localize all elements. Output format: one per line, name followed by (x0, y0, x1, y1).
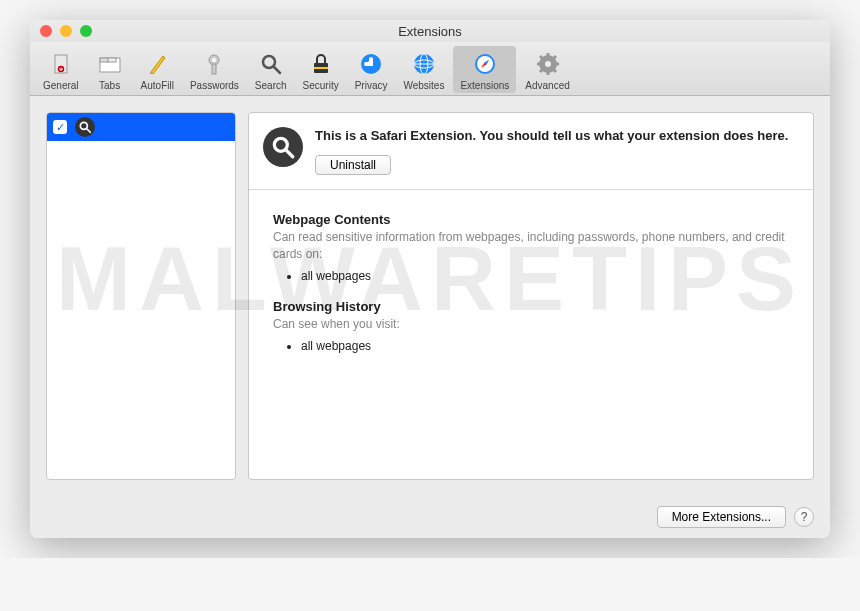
help-button[interactable]: ? (794, 507, 814, 527)
svg-line-33 (286, 150, 293, 157)
permission-item: all webpages (301, 269, 789, 283)
svg-rect-0 (55, 55, 67, 73)
section-title: Webpage Contents (273, 212, 789, 227)
tab-label: Passwords (190, 80, 239, 91)
tab-label: Security (303, 80, 339, 91)
preferences-toolbar: General Tabs AutoFill Passwords Search (30, 42, 830, 96)
svg-line-29 (553, 56, 556, 59)
tab-autofill[interactable]: AutoFill (134, 46, 181, 93)
zoom-icon[interactable] (80, 25, 92, 37)
tab-label: Advanced (525, 80, 569, 91)
svg-rect-4 (100, 58, 108, 62)
extension-checkbox[interactable]: ✓ (53, 120, 67, 134)
search-icon (263, 127, 303, 167)
svg-rect-8 (212, 64, 216, 74)
more-extensions-button[interactable]: More Extensions... (657, 506, 786, 528)
section-text: Can see when you visit: (273, 316, 789, 333)
preferences-window: Extensions General Tabs AutoFill Passwor… (30, 20, 830, 538)
tab-advanced[interactable]: Advanced (518, 46, 576, 93)
compass-icon (471, 50, 499, 78)
content-area: ✓ This is a Safari Extension. You should… (30, 96, 830, 496)
browsing-history-section: Browsing History Can see when you visit:… (273, 299, 789, 353)
tab-label: AutoFill (141, 80, 174, 91)
privacy-icon (357, 50, 385, 78)
extension-description: This is a Safari Extension. You should t… (315, 127, 799, 145)
search-icon (257, 50, 285, 78)
svg-rect-12 (314, 67, 328, 69)
tab-label: Websites (403, 80, 444, 91)
tab-label: Privacy (355, 80, 388, 91)
autofill-icon (143, 50, 171, 78)
extension-permissions: Webpage Contents Can read sensitive info… (249, 190, 813, 390)
search-icon (75, 117, 95, 137)
gear-icon (534, 50, 562, 78)
tabs-icon (96, 50, 124, 78)
key-icon (200, 50, 228, 78)
tab-general[interactable]: General (36, 46, 86, 93)
svg-point-21 (545, 61, 551, 67)
extension-header: This is a Safari Extension. You should t… (249, 113, 813, 190)
sidebar-item-extension[interactable]: ✓ (47, 113, 235, 141)
svg-line-31 (87, 129, 91, 133)
tab-label: Extensions (460, 80, 509, 91)
tab-label: Tabs (99, 80, 120, 91)
svg-line-28 (540, 69, 543, 72)
webpage-contents-section: Webpage Contents Can read sensitive info… (273, 212, 789, 283)
tab-search[interactable]: Search (248, 46, 294, 93)
window-title: Extensions (38, 24, 822, 39)
tab-label: General (43, 80, 79, 91)
tab-privacy[interactable]: Privacy (348, 46, 395, 93)
svg-point-7 (212, 58, 216, 62)
section-text: Can read sensitive information from webp… (273, 229, 789, 263)
globe-icon (410, 50, 438, 78)
extension-details: This is a Safari Extension. You should t… (248, 112, 814, 480)
tab-tabs[interactable]: Tabs (88, 46, 132, 93)
lock-icon (307, 50, 335, 78)
minimize-icon[interactable] (60, 25, 72, 37)
general-icon (47, 50, 75, 78)
close-icon[interactable] (40, 25, 52, 37)
window-controls (40, 25, 92, 37)
svg-line-10 (274, 67, 280, 73)
svg-line-27 (553, 69, 556, 72)
extensions-sidebar: ✓ (46, 112, 236, 480)
uninstall-button[interactable]: Uninstall (315, 155, 391, 175)
tab-passwords[interactable]: Passwords (183, 46, 246, 93)
footer: More Extensions... ? (30, 496, 830, 538)
section-title: Browsing History (273, 299, 789, 314)
svg-line-26 (540, 56, 543, 59)
tab-extensions[interactable]: Extensions (453, 46, 516, 93)
permission-item: all webpages (301, 339, 789, 353)
tab-security[interactable]: Security (296, 46, 346, 93)
tab-label: Search (255, 80, 287, 91)
tab-websites[interactable]: Websites (396, 46, 451, 93)
extension-info: This is a Safari Extension. You should t… (315, 127, 799, 175)
svg-rect-5 (108, 58, 116, 62)
titlebar: Extensions (30, 20, 830, 42)
